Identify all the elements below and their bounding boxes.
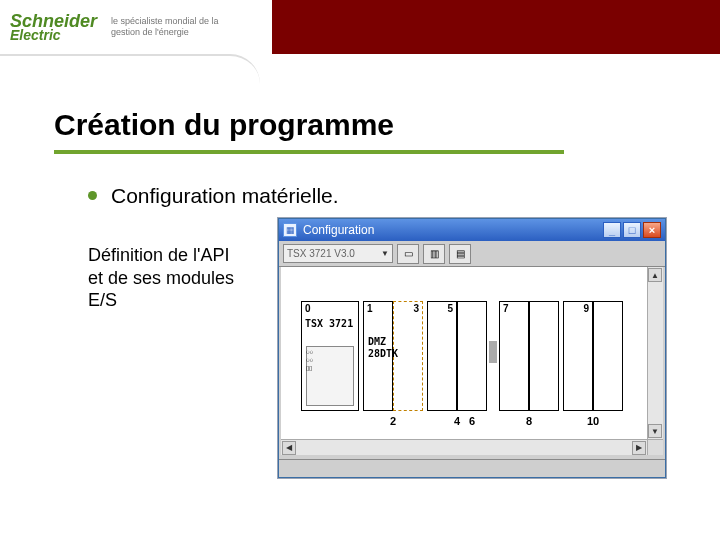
slot-bottom-num-10: 10 [563, 413, 623, 429]
module-label-1: DMZ [368, 336, 418, 347]
scroll-up-icon[interactable]: ▲ [648, 268, 662, 282]
canvas: 0 TSX 3721 ○○○○▯▯ 1 3 DMZ 28DTK 2 5 4 6 [281, 267, 663, 455]
slot-num: 5 [447, 304, 453, 314]
sub-text: Définition de l'API et de ses modules E/… [88, 244, 248, 312]
brand-tagline: le spécialiste mondial de la gestion de … [111, 16, 223, 38]
slot-0[interactable]: 0 TSX 3721 ○○○○▯▯ [301, 301, 359, 411]
title-underline [54, 150, 564, 154]
scroll-right-icon[interactable]: ▶ [632, 441, 646, 455]
slot-3[interactable]: 3 DMZ 28DTK [393, 301, 423, 411]
module-label-2: 28DTK [368, 348, 418, 359]
config-window: ▦ Configuration _ □ × TSX 3721 V3.0 ▼ ▭ … [278, 218, 666, 478]
rack-connector [489, 341, 497, 363]
statusbar [279, 459, 665, 477]
logo-area: Schneider Electric le spécialiste mondia… [0, 0, 272, 54]
header-swoop [0, 54, 260, 84]
slot-bottom-num-6: 6 [457, 413, 487, 429]
toolbar-button-3[interactable]: ▤ [449, 244, 471, 264]
bullet-text: Configuration matérielle. [88, 184, 339, 208]
slot-0-num: 0 [305, 304, 311, 314]
slot-7[interactable]: 7 [499, 301, 529, 411]
slot-5[interactable]: 5 [427, 301, 457, 411]
vertical-scrollbar[interactable]: ▲ ▼ [647, 267, 663, 439]
slot-pair-9[interactable] [593, 301, 623, 411]
slot-num: 1 [367, 304, 373, 314]
scroll-corner [647, 439, 663, 455]
slot-9[interactable]: 9 [563, 301, 593, 411]
window-title: Configuration [303, 223, 374, 237]
slot-num: 3 [413, 304, 419, 314]
minimize-button[interactable]: _ [603, 222, 621, 238]
toolbar-button-2[interactable]: ▥ [423, 244, 445, 264]
rack-diagram: 0 TSX 3721 ○○○○▯▯ 1 3 DMZ 28DTK 2 5 4 6 [301, 301, 641, 451]
slot-num: 7 [503, 304, 509, 314]
scroll-down-icon[interactable]: ▼ [648, 424, 662, 438]
page-title: Création du programme [54, 108, 394, 142]
titlebar[interactable]: ▦ Configuration _ □ × [279, 219, 665, 241]
rack-select-value: TSX 3721 V3.0 [287, 248, 355, 259]
slot-0-label: TSX 3721 [305, 318, 355, 329]
slot-bottom-num: 2 [363, 413, 423, 429]
scroll-left-icon[interactable]: ◀ [282, 441, 296, 455]
close-button[interactable]: × [643, 222, 661, 238]
slot-pair-5[interactable] [457, 301, 487, 411]
window-icon: ▦ [283, 223, 297, 237]
slot-bottom-num-8: 8 [499, 413, 559, 429]
maximize-button[interactable]: □ [623, 222, 641, 238]
toolbar-button-1[interactable]: ▭ [397, 244, 419, 264]
horizontal-scrollbar[interactable]: ◀ ▶ [281, 439, 647, 455]
toolbar: TSX 3721 V3.0 ▼ ▭ ▥ ▤ [279, 241, 665, 267]
slot-num: 9 [583, 304, 589, 314]
rack-select[interactable]: TSX 3721 V3.0 ▼ [283, 244, 393, 263]
slot-pair-7[interactable] [529, 301, 559, 411]
chevron-down-icon: ▼ [381, 249, 389, 258]
slot-0-leds: ○○○○▯▯ [306, 348, 313, 372]
